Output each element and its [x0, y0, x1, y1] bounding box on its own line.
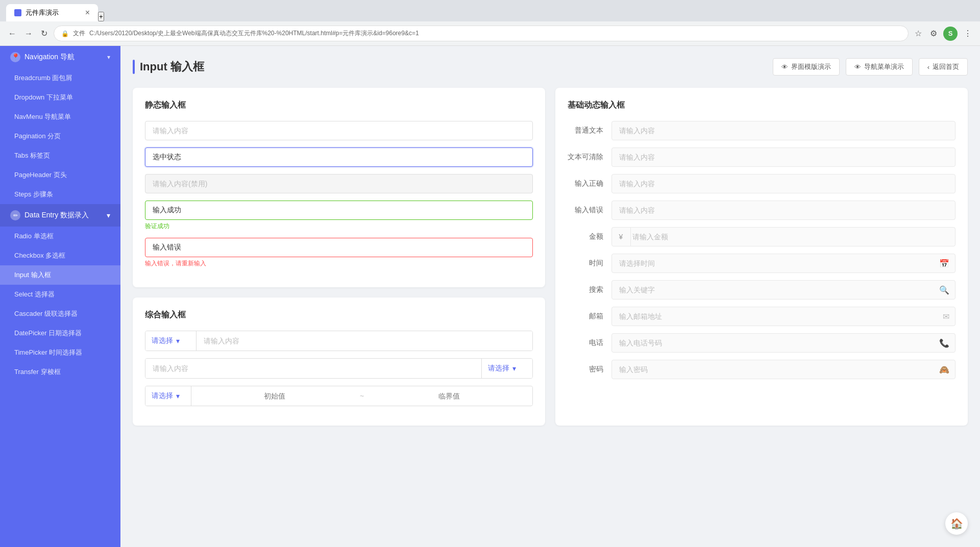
sidebar-item-datepicker[interactable]: DatePicker 日期选择器: [0, 324, 120, 343]
extensions-button[interactable]: ⚙: [928, 27, 939, 40]
label-error: 输入错误: [568, 206, 603, 215]
page-header: Input 输入框 👁 界面模版演示 👁 导航菜单演示 ‹ 返回首页: [133, 58, 968, 76]
dynamic-clearable-input[interactable]: [611, 147, 955, 167]
focused-input[interactable]: [145, 147, 533, 167]
time-input-wrapper: 📅: [611, 254, 955, 273]
sidebar-item-select[interactable]: Select 选择器: [0, 285, 120, 304]
static-input-card: 静态输入框 验证成功: [133, 88, 545, 287]
composite-input-card: 综合输入框 请选择 ▾ 请选择 ▾: [133, 297, 545, 426]
success-input-wrapper: [611, 174, 955, 193]
sidebar-item-pageheader[interactable]: PageHeader 页头: [0, 165, 120, 185]
dynamic-row-search: 搜索 🔍: [568, 280, 955, 300]
phone-icon: 📞: [939, 338, 949, 348]
range-separator: ~: [358, 392, 366, 400]
sidebar-item-radio[interactable]: Radio 单选框: [0, 227, 120, 246]
profile-button[interactable]: S: [943, 27, 958, 41]
calendar-icon: 📅: [939, 259, 949, 268]
sidebar-item-pagination[interactable]: Pagination 分页: [0, 127, 120, 146]
back-icon: ‹: [927, 63, 929, 71]
browser-chrome: 元件库演示 × +: [0, 0, 980, 21]
sidebar-nav-label: Navigation 导航: [24, 53, 75, 62]
back-button[interactable]: ←: [6, 27, 18, 40]
page-title-bar: [133, 60, 135, 74]
composite-select-1[interactable]: 请选择 ▾: [145, 331, 197, 351]
success-input[interactable]: [145, 201, 533, 220]
label-clearable: 文本可清除: [568, 153, 603, 162]
tab-favicon: [14, 9, 21, 16]
protocol-label: 文件: [73, 29, 85, 38]
sidebar-section-data-entry[interactable]: ✏ Data Entry 数据录入 ▾: [0, 204, 120, 227]
label-money: 金额: [568, 232, 603, 241]
dynamic-phone-input[interactable]: [611, 333, 955, 353]
select-chevron-1: ▾: [176, 337, 180, 345]
composite-card-title: 综合输入框: [145, 310, 533, 320]
range-end-input[interactable]: [366, 387, 532, 405]
success-validate-msg: 验证成功: [145, 222, 533, 231]
error-input[interactable]: [145, 238, 533, 257]
money-prefix: ¥: [611, 227, 631, 246]
normal-input-group: [145, 121, 533, 140]
dynamic-money-input[interactable]: [611, 227, 955, 246]
dynamic-card-title: 基础动态输入框: [568, 100, 955, 111]
page-title-wrapper: Input 输入框: [133, 59, 204, 74]
forward-button[interactable]: →: [22, 27, 35, 40]
dynamic-row-error: 输入错误: [568, 201, 955, 220]
browser-toolbar: ← → ↻ 🔒 文件 C:/Users/20120/Desktop/史上最全We…: [0, 21, 980, 46]
sidebar-item-breadcrumb[interactable]: Breadcrumb 面包屑: [0, 68, 120, 88]
dynamic-time-input[interactable]: [611, 254, 955, 273]
sidebar-item-cascader[interactable]: Cascader 级联选择器: [0, 304, 120, 324]
sidebar-item-dropdown[interactable]: Dropdown 下拉菜单: [0, 88, 120, 107]
browser-tab[interactable]: 元件库演示 ×: [6, 4, 98, 21]
error-validate-msg: 输入错误，请重新输入: [145, 259, 533, 268]
sidebar-item-tabs[interactable]: Tabs 标签页: [0, 146, 120, 165]
composite-row-3: 请选择 ▾ ~: [145, 386, 533, 406]
reload-button[interactable]: ↻: [39, 27, 50, 40]
dynamic-row-clearable: 文本可清除: [568, 147, 955, 167]
sidebar-item-input[interactable]: Input 输入框: [0, 265, 120, 285]
select-chevron-2: ▾: [512, 364, 516, 372]
search-input-wrapper: 🔍: [611, 280, 955, 300]
sidebar-item-steps[interactable]: Steps 步骤条: [0, 185, 120, 204]
menu-button[interactable]: ⋮: [962, 27, 974, 40]
eye-off-icon[interactable]: 🙈: [939, 365, 949, 375]
sidebar-section-navigation[interactable]: 📍 Navigation 导航 ▾: [0, 46, 120, 68]
composite-input-2[interactable]: [145, 359, 481, 378]
disabled-input: [145, 174, 533, 193]
composite-input-1[interactable]: [197, 331, 532, 351]
security-icon: 🔒: [61, 30, 69, 37]
range-start-input[interactable]: [191, 387, 358, 405]
sidebar-item-checkbox[interactable]: Checkbox 多选框: [0, 246, 120, 265]
new-tab-button[interactable]: +: [98, 12, 104, 21]
label-search: 搜索: [568, 285, 603, 294]
composite-row-2: 请选择 ▾: [145, 358, 533, 379]
dynamic-search-input[interactable]: [611, 280, 955, 300]
ui-demo-button[interactable]: 👁 界面模版演示: [773, 58, 840, 76]
eye-icon: 👁: [781, 63, 788, 71]
address-bar[interactable]: 🔒 文件 C:/Users/20120/Desktop/史上最全Web端高保真动…: [54, 26, 909, 41]
nav-demo-button[interactable]: 👁 导航菜单演示: [846, 58, 913, 76]
sidebar-item-timepicker[interactable]: TimePicker 时间选择器: [0, 343, 120, 362]
sidebar-item-navmenu[interactable]: NavMenu 导航菜单: [0, 107, 120, 127]
tab-title: 元件库演示: [26, 8, 59, 17]
dynamic-error-input[interactable]: [611, 201, 955, 220]
sidebar-item-transfer[interactable]: Transfer 穿梭框: [0, 362, 120, 382]
tab-close-button[interactable]: ×: [85, 9, 90, 17]
composite-select-3[interactable]: 请选择 ▾: [145, 386, 191, 406]
dynamic-row-phone: 电话 📞: [568, 333, 955, 353]
dynamic-row-password: 密码 🙈: [568, 360, 955, 379]
dynamic-email-input[interactable]: [611, 307, 955, 326]
dynamic-success-input[interactable]: [611, 174, 955, 193]
dynamic-normal-input[interactable]: [611, 121, 955, 140]
address-text: C:/Users/20120/Desktop/史上最全Web端高保真动态交互元件…: [89, 29, 419, 38]
back-home-button[interactable]: ‹ 返回首页: [919, 58, 968, 76]
dynamic-password-input[interactable]: [611, 360, 955, 379]
normal-input[interactable]: [145, 121, 533, 140]
home-fab-button[interactable]: 🏠: [945, 512, 968, 535]
label-phone: 电话: [568, 338, 603, 347]
bookmark-button[interactable]: ☆: [913, 27, 924, 40]
money-input-wrapper: ¥: [611, 227, 955, 246]
focused-input-group: [145, 147, 533, 167]
phone-input-wrapper: 📞: [611, 333, 955, 353]
eye-icon-2: 👁: [854, 63, 861, 71]
composite-select-2[interactable]: 请选择 ▾: [481, 359, 532, 378]
